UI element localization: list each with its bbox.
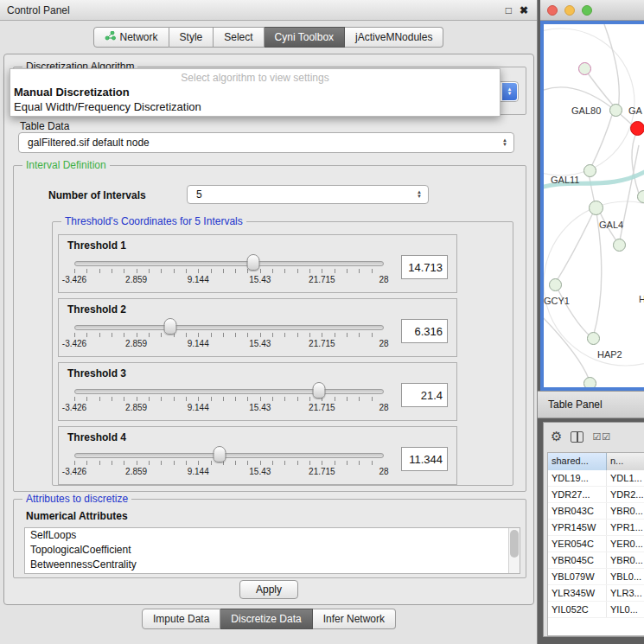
table-cell[interactable]: YPR145W	[548, 520, 607, 535]
tab-impute-data[interactable]: Impute Data	[142, 609, 220, 629]
table-row[interactable]: YDL19... YDL1...	[548, 470, 644, 487]
network-node-label: GAL80	[571, 105, 601, 116]
table-cell[interactable]: YDL19...	[548, 470, 607, 486]
tab-style[interactable]: Style	[169, 27, 214, 48]
combo-stepper-icon[interactable]: ▲▼	[417, 190, 422, 199]
network-node[interactable]	[587, 332, 600, 345]
close-traffic-light-icon[interactable]	[547, 5, 558, 16]
table-cell[interactable]: YER0...	[607, 536, 644, 552]
network-node[interactable]	[578, 62, 591, 75]
table-cell[interactable]: YBR0...	[607, 503, 644, 519]
apply-button[interactable]: Apply	[239, 580, 298, 599]
table-cell[interactable]: YBR0...	[607, 552, 644, 568]
network-node[interactable]	[637, 190, 644, 203]
network-node[interactable]	[589, 201, 603, 215]
list-item[interactable]: TopologicalCoefficient	[25, 543, 520, 558]
threshold-3-value-field[interactable]: 21.4	[401, 383, 448, 407]
network-node[interactable]	[609, 104, 622, 117]
tab-network[interactable]: Network	[93, 27, 169, 48]
table-data-combobox[interactable]: galFiltered.sif default node ▲▼	[18, 132, 514, 153]
interval-definition-group: Interval Definition Number of Intervals …	[13, 165, 526, 492]
table-cell[interactable]: YDR2...	[607, 487, 644, 502]
window-controls: □ ✖	[506, 0, 528, 21]
slider-thumb[interactable]	[312, 382, 325, 399]
table-row[interactable]: YBL079W YBL0...	[548, 569, 644, 585]
slider-thumb[interactable]	[214, 446, 226, 462]
list-item[interactable]: BetweennessCentrality	[25, 558, 520, 572]
network-node-label: GAL4	[599, 220, 623, 230]
threshold-3-label: Threshold 3	[67, 367, 448, 379]
table-cell[interactable]: YBR043C	[548, 503, 607, 519]
combo-stepper-icon[interactable]: ▲▼	[502, 83, 517, 100]
tick-label: 15.43	[249, 403, 271, 412]
table-cell[interactable]: YLR3...	[607, 585, 644, 601]
table-cell[interactable]: YDL1...	[607, 470, 644, 486]
threshold-4-label: Threshold 4	[67, 431, 448, 443]
scrollbar-thumb[interactable]	[510, 530, 519, 558]
network-canvas[interactable]: GAL80 GA GAL11 GAL4 GCY1 H HAP2	[540, 21, 644, 391]
float-window-icon[interactable]: □	[506, 4, 512, 16]
network-node-selected[interactable]	[630, 121, 644, 136]
table-cell[interactable]: YLR345W	[548, 585, 607, 601]
algorithm-option-equal-width[interactable]: Equal Width/Frequency Discretization	[10, 99, 500, 114]
slider-tick-labels: -3.426 2.859 9.144 15.43 21.715 28	[74, 339, 384, 349]
tick-label: 28	[379, 467, 388, 476]
tick-label: 28	[379, 403, 388, 412]
table-row[interactable]: YBR043C YBR0...	[548, 503, 644, 520]
tick-label: 15.43	[249, 275, 271, 284]
tab-discretize-data[interactable]: Discretize Data	[220, 609, 312, 629]
threshold-3-slider[interactable]: -3.426 2.859 9.144 15.43 21.715 28	[71, 381, 387, 416]
select-columns-icon[interactable]: ☑☑	[592, 431, 611, 443]
threshold-2-slider[interactable]: -3.426 2.859 9.144 15.43 21.715 28	[71, 317, 387, 352]
zoom-traffic-light-icon[interactable]	[582, 5, 592, 16]
number-of-intervals-combobox[interactable]: 5 ▲▼	[187, 185, 429, 204]
table-cell[interactable]: YDR27...	[548, 487, 607, 502]
table-cell[interactable]: YIL052C	[548, 602, 607, 617]
table-row[interactable]: YDR27... YDR2...	[548, 487, 644, 503]
slider-thumb[interactable]	[246, 254, 259, 271]
table-cell[interactable]: YPR1...	[607, 520, 644, 535]
table-row[interactable]: YPR145W YPR1...	[548, 520, 644, 536]
column-header-name[interactable]: n...	[607, 453, 644, 470]
column-header-shared-name[interactable]: shared...	[548, 453, 607, 470]
threshold-1-value-field[interactable]: 14.713	[401, 255, 448, 279]
tick-label: 28	[379, 339, 388, 348]
table-cell[interactable]: YBL079W	[548, 569, 607, 584]
columns-icon[interactable]	[571, 431, 583, 443]
table-row[interactable]: YLR345W YLR3...	[548, 585, 644, 602]
slider-thumb[interactable]	[163, 318, 176, 335]
table-cell[interactable]: YBL0...	[607, 569, 644, 584]
table-cell[interactable]: YIL0...	[607, 602, 644, 617]
network-node[interactable]	[549, 278, 562, 291]
network-node[interactable]	[613, 239, 626, 252]
list-item[interactable]: SelfLoops	[25, 528, 520, 543]
tab-select[interactable]: Select	[214, 27, 264, 48]
gear-icon[interactable]: ⚙	[551, 429, 562, 444]
tab-cyni-toolbox[interactable]: Cyni Toolbox	[265, 27, 345, 48]
numerical-attributes-list[interactable]: SelfLoops TopologicalCoefficient Between…	[24, 527, 520, 574]
table-row[interactable]: YIL052C YIL0...	[548, 602, 644, 618]
threshold-2-value-field[interactable]: 6.316	[401, 319, 448, 343]
minimize-traffic-light-icon[interactable]	[564, 5, 575, 16]
threshold-4-slider[interactable]: -3.426 2.859 9.144 15.43 21.715 28	[71, 445, 387, 480]
network-window-titlebar	[540, 0, 644, 21]
slider-tick-labels: -3.426 2.859 9.144 15.43 21.715 28	[74, 403, 384, 413]
table-cell[interactable]: YER054C	[548, 536, 607, 552]
table-cell[interactable]: YBR045C	[548, 552, 607, 568]
close-icon[interactable]: ✖	[520, 4, 528, 16]
network-node[interactable]	[583, 164, 596, 177]
threshold-4-value-field[interactable]: 11.344	[401, 447, 448, 471]
list-scrollbar[interactable]	[508, 528, 520, 573]
tick-label: 21.715	[309, 275, 335, 284]
table-panel-header[interactable]: Table Panel	[538, 391, 644, 418]
table-row[interactable]: YER054C YER0...	[548, 536, 644, 552]
algorithm-option-manual[interactable]: Manual Discretization	[10, 85, 500, 99]
threshold-1-slider[interactable]: -3.426 2.859 9.144 15.43 21.715 28	[71, 253, 387, 288]
number-of-intervals-value: 5	[196, 188, 202, 201]
network-node[interactable]	[583, 377, 596, 390]
top-tabbar: Network Style Select Cyni Toolbox jActiv…	[0, 21, 537, 53]
combo-stepper-icon[interactable]: ▲▼	[502, 138, 507, 147]
table-row[interactable]: YBR045C YBR0...	[548, 552, 644, 569]
tab-infer-network[interactable]: Infer Network	[313, 609, 396, 629]
tab-jactivemnodules[interactable]: jActiveMNodules	[345, 27, 443, 48]
